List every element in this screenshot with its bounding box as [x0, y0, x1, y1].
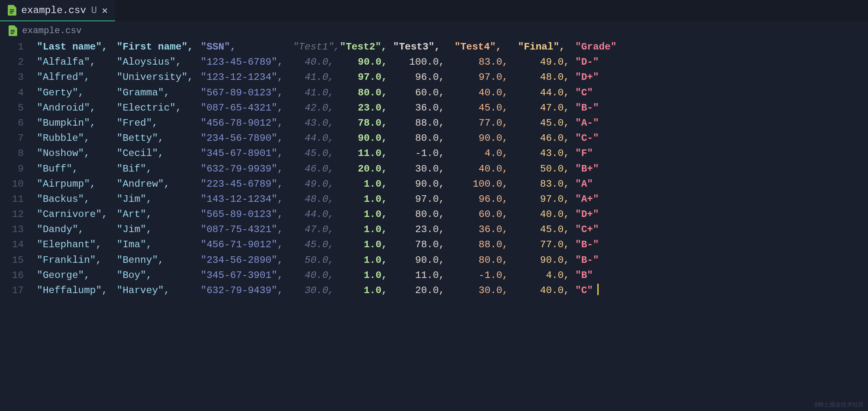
cell-ssn: "632-79-9939", [201, 161, 293, 176]
cell-ssn: "567-89-0123", [201, 85, 293, 100]
editor-line[interactable]: 13"Dandy","Jim","087-75-4321",47.0,1.0,2… [0, 222, 868, 237]
line-number: 11 [0, 192, 37, 207]
editor-line-header[interactable]: 1"Last name","First name","SSN","Test1",… [0, 39, 868, 54]
cell-first: "Jim", [117, 192, 201, 207]
cell-ssn: "087-65-4321", [201, 100, 293, 115]
cell-last: "Alfred", [37, 70, 117, 85]
cell-t3: 80.0, [393, 131, 450, 146]
cell-t1: 40.0, [293, 54, 340, 70]
cell-last: "Noshow", [37, 146, 117, 161]
cell-t4: 77.0, [450, 115, 514, 131]
cell-last: "Bumpkin", [37, 115, 117, 131]
cell-fin: 90.0, [514, 253, 575, 268]
cell-gr: "F" [575, 146, 620, 161]
cell-t2: 1.0, [340, 207, 393, 222]
editor-line[interactable]: 11"Backus","Jim","143-12-1234",48.0,1.0,… [0, 192, 868, 207]
cell-t3: 23.0, [393, 222, 450, 237]
cell-last: "Franklin", [37, 253, 117, 268]
cell-ssn: "234-56-2890", [201, 253, 293, 268]
cell-fin: 40.0, [514, 207, 575, 222]
cell-t3: 30.0, [393, 161, 450, 176]
editor-line[interactable]: 17"Heffalump","Harvey","632-79-9439",30.… [0, 283, 868, 298]
cell-ssn: "223-45-6789", [201, 176, 293, 192]
cell-t1: 41.0, [293, 70, 340, 85]
line-number: 1 [0, 39, 37, 54]
cell-t1: 47.0, [293, 222, 340, 237]
cell-t4: 40.0, [450, 85, 514, 100]
cell-fin: 49.0, [514, 54, 575, 70]
cell-last: "Airpump", [37, 176, 117, 192]
cell-t2: 78.0, [340, 115, 393, 131]
cell-ssn: "087-75-4321", [201, 222, 293, 237]
breadcrumb[interactable]: example.csv [0, 21, 868, 38]
cell-t2: 1.0, [340, 283, 393, 298]
cell-t1: 44.0, [293, 131, 340, 146]
cell-t2: 23.0, [340, 100, 393, 115]
cell-gr: "B-" [575, 237, 620, 252]
cell-fin: 97.0, [514, 192, 575, 207]
cell-ssn: "123-45-6789", [201, 54, 293, 70]
editor-line[interactable]: 2"Alfalfa","Aloysius","123-45-6789",40.0… [0, 54, 868, 70]
cell-t1: 45.0, [293, 146, 340, 161]
cell-t3: 100.0, [393, 54, 450, 70]
cell-t1: 46.0, [293, 161, 340, 176]
cell-first: "Gramma", [117, 85, 201, 100]
editor-line[interactable]: 15"Franklin","Benny","234-56-2890",50.0,… [0, 253, 868, 268]
editor-line[interactable]: 5"Android","Electric","087-65-4321",42.0… [0, 100, 868, 115]
cell-t1: 44.0, [293, 207, 340, 222]
editor-line[interactable]: 9"Buff","Bif","632-79-9939",46.0,20.0,30… [0, 161, 868, 176]
cell-t4: 30.0, [450, 283, 514, 298]
cell-fin: 43.0, [514, 146, 575, 161]
cell-t2: 1.0, [340, 176, 393, 192]
cell-ssn: "143-12-1234", [201, 192, 293, 207]
cell-last: "Dandy", [37, 222, 117, 237]
cell-last: "Carnivore", [37, 207, 117, 222]
editor-line[interactable]: 10"Airpump","Andrew","223-45-6789",49.0,… [0, 176, 868, 192]
line-number: 3 [0, 70, 37, 85]
cell-t1: 30.0, [293, 283, 340, 298]
cell-t1: 42.0, [293, 100, 340, 115]
cell-t3: 90.0, [393, 253, 450, 268]
cell-t2: 80.0, [340, 85, 393, 100]
editor-line[interactable]: 16"George","Boy","345-67-3901",40.0,1.0,… [0, 268, 868, 283]
editor-line[interactable]: 14"Elephant","Ima","456-71-9012",45.0,1.… [0, 237, 868, 252]
cell-gr: "C+" [575, 222, 620, 237]
editor-line[interactable]: 12"Carnivore","Art","565-89-0123",44.0,1… [0, 207, 868, 222]
editor-line[interactable]: 7"Rubble","Betty","234-56-7890",44.0,90.… [0, 131, 868, 146]
tab-active[interactable]: example.csv U ✕ [0, 0, 115, 21]
cell-gr: "B+" [575, 161, 620, 176]
cell-first: "Cecil", [117, 146, 201, 161]
breadcrumb-file: example.csv [22, 26, 81, 36]
cell-t4: 4.0, [450, 146, 514, 161]
header-cell: "Last name", [37, 39, 117, 54]
line-number: 15 [0, 253, 37, 268]
cell-last: "Alfalfa", [37, 54, 117, 70]
editor-line[interactable]: 6"Bumpkin","Fred","456-78-9012",43.0,78.… [0, 115, 868, 131]
file-csv-icon [8, 25, 17, 36]
cell-t4: 40.0, [450, 161, 514, 176]
cell-t2: 90.0, [340, 131, 393, 146]
cell-t3: 11.0, [393, 268, 450, 283]
cell-fin: 45.0, [514, 222, 575, 237]
editor-line[interactable]: 4"Gerty","Gramma","567-89-0123",41.0,80.… [0, 85, 868, 100]
editor-line[interactable]: 3"Alfred","University","123-12-1234",41.… [0, 70, 868, 85]
cell-first: "Andrew", [117, 176, 201, 192]
cell-fin: 46.0, [514, 131, 575, 146]
editor-line[interactable]: 8"Noshow","Cecil","345-67-8901",45.0,11.… [0, 146, 868, 161]
cell-gr: "A-" [575, 115, 620, 131]
close-icon[interactable]: ✕ [102, 5, 108, 16]
header-cell: "Grade" [575, 39, 620, 54]
cell-gr: "D+" [575, 207, 620, 222]
cell-ssn: "123-12-1234", [201, 70, 293, 85]
cell-last: "Heffalump", [37, 283, 117, 298]
header-cell: "First name", [117, 39, 201, 54]
editor-body[interactable]: 1"Last name","First name","SSN","Test1",… [0, 38, 868, 304]
cell-t4: 100.0, [450, 176, 514, 192]
cell-t4: 96.0, [450, 192, 514, 207]
cell-first: "Harvey", [117, 283, 201, 298]
cell-last: "Backus", [37, 192, 117, 207]
cell-t3: 88.0, [393, 115, 450, 131]
cell-ssn: "456-71-9012", [201, 237, 293, 252]
line-number: 8 [0, 146, 37, 161]
line-number: 4 [0, 85, 37, 100]
